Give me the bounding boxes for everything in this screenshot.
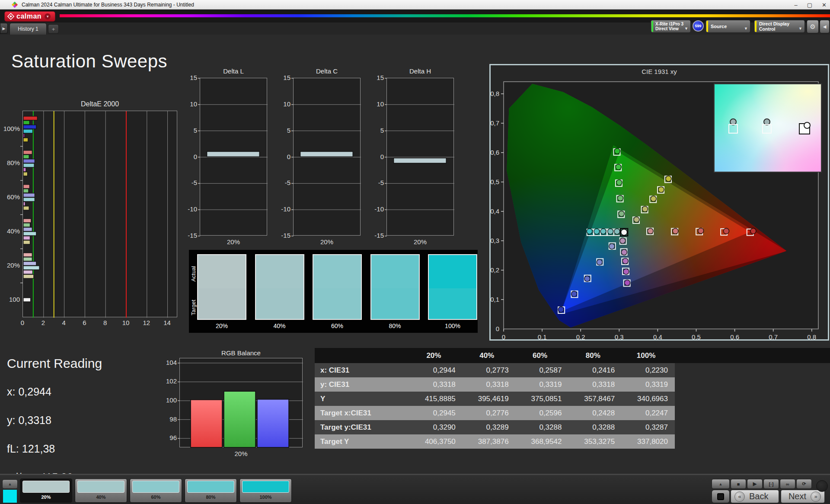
meter-dropdown[interactable]: X-Rite i1Pro 3 Direct View ▼ [651,20,691,33]
patch-chip-100% [242,481,289,493]
deltae-bar-20%-0 [23,253,32,257]
source-dropdown[interactable]: Source ▼ [706,20,750,33]
svg-text:0,2: 0,2 [576,333,585,341]
swatch-actual-20% [198,255,246,288]
table-cell: 0,2945 [409,409,463,418]
stop-measure-button[interactable] [712,490,730,503]
table-row-target-y-cie31: Target y:CIE310,32900,32890,32880,32880,… [315,420,675,434]
deltae-bar-60%-5 [23,206,29,210]
display-control-dropdown[interactable]: Direct Display Control ▼ [754,20,805,33]
collapse-panel-button[interactable]: ◀ [820,20,830,33]
tab-scroll-button[interactable]: ▶ [0,23,8,34]
swatch-label-60%: 60% [313,322,362,329]
deltae-bar-40%-3 [23,232,36,236]
transport-loop-button[interactable]: ∞ [780,479,795,489]
transport-options-button[interactable]: ▲ [712,479,730,489]
table-row-y-cie31: y: CIE310,33180,33180,33190,33180,3319 [315,377,675,392]
deltae-bar-80%-5 [23,172,28,176]
settings-gear-button[interactable]: ⚙ [807,20,819,33]
patch-button-80%[interactable]: 80% [185,478,237,503]
next-button[interactable]: Next » [781,490,825,503]
calman-menu-button[interactable]: calman ▼ [4,11,55,22]
cie-inset-marker-square [728,124,738,134]
deltae-bar-40%-5 [23,240,30,244]
delta-chart-delta_h [386,78,454,236]
table-row-y: Y415,8885395,4619375,0851357,8467340,696… [315,392,675,406]
cie-measured-magenta [623,269,629,274]
deltae-xtick-0: 0 [16,319,29,326]
delta-ytick-delta_l--10: -10 [180,205,197,213]
table-header-60%: 60% [516,351,569,360]
patch-button-60%[interactable]: 60% [130,478,182,503]
deltae2000-chart [22,111,177,317]
patch-options-button[interactable]: ▲ [2,479,18,489]
saturation-swatch-40% [255,254,304,320]
rgb-ytick-102: 102 [160,377,177,385]
measurement-table: 20%40%60%80%100%x: CIE310,29440,27730,25… [315,348,675,449]
delta_c-bar [300,152,353,157]
deltae-bar-80%-4 [23,168,26,172]
cie-measured-yellow [651,196,656,201]
patch-chip-60% [132,481,179,493]
meter-count-badge[interactable]: 599 [693,20,704,32]
cie-measured-cyan [594,229,600,234]
deltae-xtick-14: 14 [161,319,174,326]
table-row-target-y: Target Y406,3750387,3876368,9542353,3275… [315,434,675,449]
transport-play-button[interactable]: ▶ [747,479,763,489]
table-row-label: Y [315,395,409,403]
minimize-icon[interactable]: – [795,2,798,8]
delta-chart-title-delta_l: Delta L [200,67,267,75]
deltae-bar-100%-5 [23,138,28,142]
swatch-target-20% [198,288,246,319]
back-button[interactable]: « Back [731,490,779,503]
table-cell: 0,2428 [568,409,622,418]
chevron-down-icon: ▼ [684,26,688,31]
rgb-ytick-98: 98 [160,415,177,423]
patch-chip-40% [77,481,124,493]
delta-chart-delta_l [200,78,267,236]
meter-mode: Direct View [655,26,683,31]
delta_h-svg [387,78,454,236]
delta-ytick-delta_h--5: -5 [367,179,384,186]
tab-history-1[interactable]: History 1 [10,23,47,35]
maximize-icon[interactable]: ▢ [807,2,812,8]
deltae-bar-60%-4 [23,202,25,206]
patch-button-100%[interactable]: 100% [239,478,292,503]
table-cell: 0,2944 [409,366,463,375]
swatch-actual-60% [313,255,361,288]
chevron-down-icon: ▼ [744,26,748,31]
deltae-bar-60%-2 [23,193,35,197]
cie-measured-green [616,164,621,170]
patch-button-40%[interactable]: 40% [75,478,127,503]
cie-measured-green [617,195,623,201]
swatch-target-80% [371,288,419,319]
deltae-bar-20%-5 [23,274,34,278]
delta-xlabel-delta_c: 20% [293,238,361,246]
svg-text:0,8: 0,8 [807,333,816,341]
transport-refresh-button[interactable]: ⟳ [796,479,812,489]
close-icon[interactable]: ✕ [822,2,827,8]
patch-button-20%[interactable]: 20% [20,478,72,503]
inactive-round-button [816,480,828,492]
saturation-swatch-80% [370,254,420,320]
transport-stop-button[interactable]: ■ [731,479,746,489]
deltae-group-label-100%: 100% [1,125,20,132]
back-label: Back [749,491,768,501]
patch-label-80%: 80% [185,494,236,500]
delta-ytick-delta_h-5: 5 [367,127,384,134]
table-row-target-x-cie31: Target x:CIE310,29450,27760,25960,24280,… [315,406,675,420]
delta-chart-title-delta_h: Delta H [386,67,454,75]
deltae-bar-60%-1 [23,189,29,193]
cie-measured-blue [609,243,615,249]
svg-text:0,6: 0,6 [490,149,499,156]
delta-ytick-delta_c-10: 10 [273,100,290,108]
add-tab-button[interactable]: + [48,24,59,34]
swatch-target-60% [313,288,361,319]
delta_l-bar [207,152,260,157]
tab-history-label: History 1 [18,26,38,32]
transport-step-button[interactable]: [·] [763,479,779,489]
cie-measured-blue [597,259,602,265]
svg-text:0,7: 0,7 [769,333,778,341]
deltae-bar-80%-0 [23,150,32,154]
table-cell: 0,2773 [463,366,516,375]
